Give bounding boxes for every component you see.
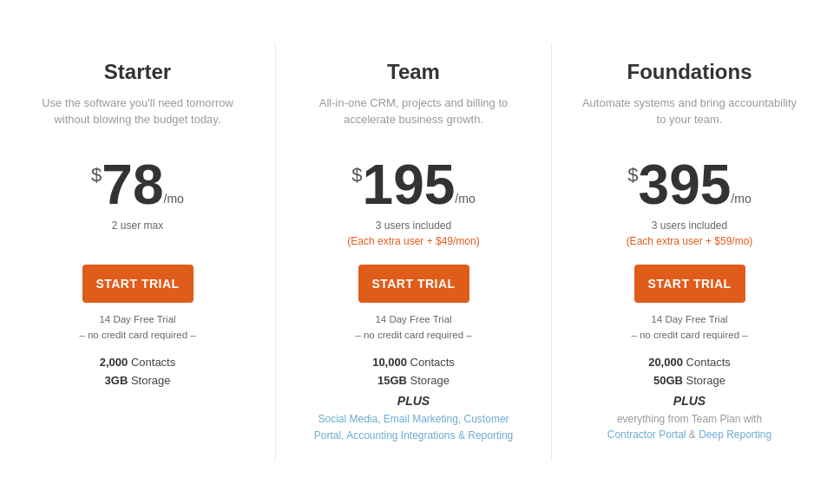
price-dollar: $ (91, 164, 102, 187)
price-amount: 195 (363, 157, 456, 213)
price-amount: 395 (639, 157, 732, 213)
social-media-link[interactable]: Social Media (318, 413, 377, 425)
plan-users: 3 users included(Each extra user + $59/m… (578, 218, 801, 249)
plus-links: Social Media, Email Marketing, Customer … (302, 411, 525, 444)
price-amount: 78 (102, 157, 163, 213)
price-dollar: $ (351, 164, 362, 187)
price-row: $ 395 /mo (578, 157, 801, 213)
plan-desc: Use the software you'll need tomorrow wi… (26, 95, 249, 136)
email-marketing-link[interactable]: Email Marketing (384, 413, 458, 425)
pricing-container: Starter Use the software you'll need tom… (0, 25, 827, 479)
start-trial-button[interactable]: START TRIAL (82, 265, 194, 303)
price-row: $ 195 /mo (302, 157, 525, 213)
price-period: /mo (731, 192, 751, 206)
contractor-portal-link[interactable]: Contractor Portal (607, 429, 686, 441)
plus-links-gray: everything from Team Plan with Contracto… (578, 411, 801, 442)
trial-note: 14 Day Free Trial– no credit card requir… (26, 311, 249, 344)
storage-line: 3GB Storage (26, 374, 249, 387)
start-trial-button[interactable]: START TRIAL (634, 265, 745, 303)
storage-line: 15GB Storage (302, 374, 525, 387)
accounting-link[interactable]: Accounting Integrations (346, 429, 455, 442)
plan-desc: Automate systems and bring accountabilit… (578, 95, 801, 136)
deep-reporting-link[interactable]: Deep Reporting (699, 429, 771, 441)
plan-users: 2 user max (26, 218, 249, 249)
price-period: /mo (455, 192, 475, 206)
plan-users: 3 users included(Each extra user + $49/m… (302, 218, 525, 249)
plan-name: Foundations (578, 60, 801, 84)
plan-starter: Starter Use the software you'll need tom… (0, 43, 276, 461)
start-trial-button[interactable]: START TRIAL (358, 265, 469, 303)
plan-features: 20,000 Contacts 50GB Storage PLUS everyt… (578, 356, 801, 442)
storage-line: 50GB Storage (578, 374, 801, 387)
reporting-link[interactable]: Reporting (468, 429, 513, 442)
plan-features: 2,000 Contacts 3GB Storage (26, 356, 249, 387)
plan-name: Starter (26, 60, 249, 84)
contacts-line: 2,000 Contacts (26, 356, 249, 369)
plan-features: 10,000 Contacts 15GB Storage PLUS Social… (302, 356, 525, 444)
contacts-line: 10,000 Contacts (302, 356, 525, 369)
trial-note: 14 Day Free Trial– no credit card requir… (578, 311, 801, 344)
plan-name: Team (302, 60, 525, 84)
price-dollar: $ (627, 164, 638, 187)
price-period: /mo (164, 192, 184, 206)
plan-team: Team All-in-one CRM, projects and billin… (276, 43, 552, 461)
plan-foundations: Foundations Automate systems and bring a… (552, 43, 827, 461)
contacts-line: 20,000 Contacts (578, 356, 801, 369)
price-row: $ 78 /mo (26, 157, 249, 213)
plus-label: PLUS (302, 394, 525, 408)
trial-note: 14 Day Free Trial– no credit card requir… (302, 311, 525, 344)
plan-desc: All-in-one CRM, projects and billing to … (302, 95, 525, 136)
plus-label: PLUS (578, 394, 801, 408)
